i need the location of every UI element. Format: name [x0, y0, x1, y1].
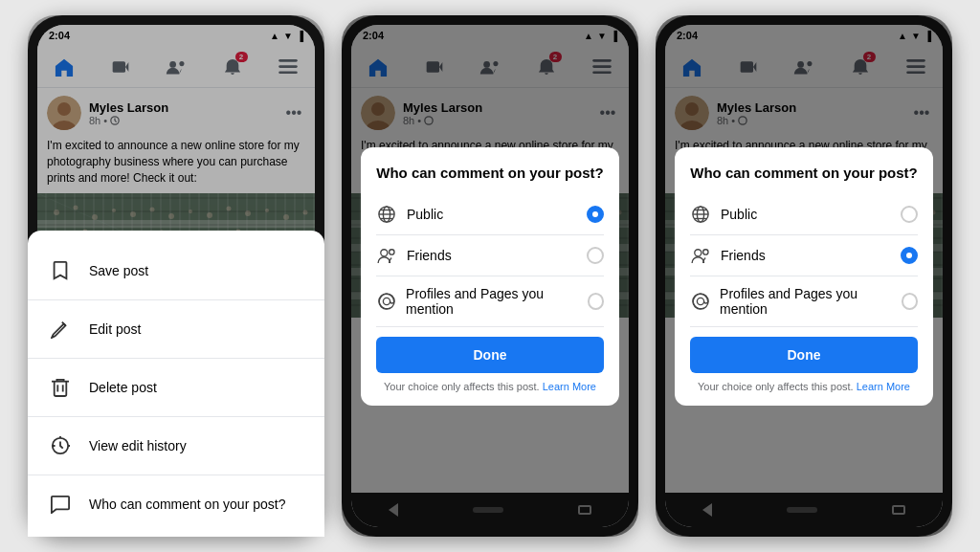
- modal-overlay-3: Who can comment on your post? Public: [665, 88, 943, 493]
- option-mentions-label-3: Profiles and Pages you mention: [720, 286, 901, 317]
- at-icon-2: [376, 291, 396, 312]
- option-public-label-3: Public: [721, 207, 757, 222]
- option-friends-left-3: Friends: [690, 245, 766, 266]
- phone-1-screen: 2:04 ▲ ▼ ▐ 2: [37, 25, 315, 527]
- post-container-2: Myles Larson 8h • ••• I'm excited to ann…: [351, 88, 629, 493]
- modal-card-2: Who can comment on your post? Public: [361, 147, 619, 406]
- pencil-icon: [45, 314, 76, 344]
- bottom-sheet-overlay-1: Save post Edit post Delete p: [37, 88, 315, 493]
- phone-2: 2:04 ▲ ▼ ▐ 2: [342, 15, 638, 537]
- learn-more-link-2[interactable]: Learn More: [543, 381, 596, 392]
- globe-icon-3: [690, 204, 711, 225]
- people-icon-3: [690, 245, 711, 266]
- divider-2: [37, 358, 315, 359]
- clock-icon: [45, 431, 76, 461]
- who-can-comment-item[interactable]: Who can comment on your post?: [37, 479, 315, 493]
- post-container-1: Myles Larson 8h • ••• I'm excited to ann…: [37, 88, 315, 493]
- modal-title-2: Who can comment on your post?: [376, 165, 604, 181]
- post-container-3: Myles Larson 8h • ••• I'm excited to ann…: [665, 88, 943, 493]
- option-public-left-3: Public: [690, 204, 757, 225]
- svg-point-183: [703, 249, 708, 254]
- bottom-sheet-1: Save post Edit post Delete p: [37, 231, 315, 493]
- phone-2-screen: 2:04 ▲ ▼ ▐ 2: [351, 25, 629, 527]
- at-icon-3: [690, 291, 710, 312]
- view-history-item[interactable]: View edit history: [37, 421, 315, 471]
- phone-3-screen: 2:04 ▲ ▼ ▐ 2: [665, 25, 943, 527]
- divider-4: [37, 475, 315, 475]
- option-mentions-3[interactable]: Profiles and Pages you mention: [690, 276, 918, 327]
- save-post-item[interactable]: Save post: [37, 246, 315, 296]
- radio-public-3[interactable]: [901, 206, 918, 223]
- radio-friends-3[interactable]: [901, 247, 918, 264]
- svg-point-139: [390, 249, 394, 254]
- option-friends-2[interactable]: Friends: [376, 235, 604, 276]
- svg-point-138: [381, 249, 388, 255]
- option-mentions-left-3: Profiles and Pages you mention: [690, 286, 902, 317]
- option-public-left-2: Public: [376, 204, 443, 225]
- modal-overlay-2: Who can comment on your post? Public: [351, 88, 629, 493]
- phone-1: 2:04 ▲ ▼ ▐ 2: [28, 15, 324, 537]
- edit-post-item[interactable]: Edit post: [37, 304, 315, 354]
- save-post-label: Save post: [89, 263, 148, 278]
- learn-more-link-3[interactable]: Learn More: [857, 381, 910, 392]
- edit-post-label: Edit post: [89, 321, 141, 337]
- globe-icon-2: [376, 204, 397, 225]
- delete-post-item[interactable]: Delete post: [37, 363, 315, 412]
- modal-footer-3: Your choice only affects this post. Lear…: [690, 381, 918, 392]
- radio-friends-2[interactable]: [587, 247, 604, 264]
- option-friends-3[interactable]: Friends: [690, 235, 918, 276]
- people-icon-2: [376, 245, 397, 266]
- option-friends-label-3: Friends: [721, 248, 766, 263]
- option-mentions-2[interactable]: Profiles and Pages you mention: [376, 276, 604, 327]
- svg-point-185: [697, 298, 703, 304]
- divider-3: [37, 416, 315, 417]
- option-friends-label-2: Friends: [407, 248, 452, 263]
- done-button-3[interactable]: Done: [690, 337, 918, 373]
- option-friends-left-2: Friends: [376, 245, 452, 266]
- phone-3: 2:04 ▲ ▼ ▐ 2: [656, 15, 952, 537]
- modal-card-3: Who can comment on your post? Public: [675, 147, 933, 406]
- radio-public-2[interactable]: [587, 206, 604, 223]
- radio-mentions-2[interactable]: [588, 293, 604, 310]
- delete-post-label: Delete post: [89, 380, 157, 395]
- divider-1: [37, 299, 315, 300]
- option-public-label-2: Public: [407, 207, 443, 222]
- modal-title-3: Who can comment on your post?: [690, 165, 918, 181]
- svg-point-141: [383, 298, 390, 304]
- bookmark-icon: [45, 255, 76, 286]
- modal-footer-2: Your choice only affects this post. Lear…: [376, 381, 604, 392]
- radio-mentions-3[interactable]: [902, 293, 918, 310]
- option-public-3[interactable]: Public: [690, 194, 918, 235]
- done-button-2[interactable]: Done: [376, 337, 604, 373]
- view-history-label: View edit history: [89, 438, 187, 453]
- option-public-2[interactable]: Public: [376, 194, 604, 235]
- comment-icon: [45, 489, 76, 493]
- option-mentions-left-2: Profiles and Pages you mention: [376, 286, 588, 317]
- option-mentions-label-2: Profiles and Pages you mention: [406, 286, 587, 317]
- svg-point-182: [695, 249, 702, 255]
- trash-icon: [45, 372, 76, 403]
